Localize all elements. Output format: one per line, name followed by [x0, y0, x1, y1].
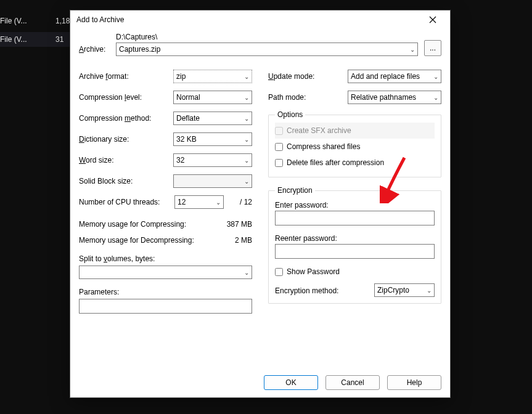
solid-block-select: ⌄ — [173, 174, 252, 188]
bg-file-name: File (V... — [0, 35, 37, 44]
archive-path: D:\Captures\ — [116, 33, 418, 41]
delete-after-input[interactable] — [275, 159, 283, 167]
parameters-label: Parameters: — [79, 288, 119, 296]
encryption-method-value: ZipCrypto — [377, 286, 409, 294]
solid-block-label: Solid Block size: — [79, 177, 173, 185]
bg-file-size: 31 — [55, 35, 63, 44]
help-label: Help — [407, 378, 422, 387]
compression-level-value: Normal — [176, 93, 200, 102]
add-to-archive-dialog: Add to Archive Archive: D:\Captures\ Cap… — [70, 10, 451, 398]
parameters-input[interactable] — [79, 299, 252, 314]
compress-shared-label: Compress shared files — [287, 142, 360, 151]
compress-shared-checkbox[interactable]: Compress shared files — [275, 139, 435, 155]
archive-format-select[interactable]: zip ⌄ — [173, 70, 252, 83]
dictionary-size-label: Dictionary size: — [79, 135, 173, 144]
chevron-down-icon: ⌄ — [410, 46, 415, 53]
encryption-group: Encryption Enter password: Reenter passw… — [268, 186, 441, 304]
options-group: Options Create SFX archive Compress shar… — [268, 110, 441, 177]
delete-after-label: Delete files after compression — [287, 158, 384, 167]
bg-file-row: File (V... 31 — [0, 32, 70, 47]
delete-after-checkbox[interactable]: Delete files after compression — [275, 155, 435, 171]
archive-filename-value: Captures.zip — [119, 45, 160, 54]
mem-decompress-label: Memory usage for Decompressing: — [79, 236, 235, 245]
chevron-down-icon: ⌄ — [433, 73, 438, 80]
cancel-label: Cancel — [341, 378, 364, 387]
cpu-threads-total: / 12 — [227, 198, 252, 206]
split-volumes-label: Split to volumes, bytes: — [79, 254, 155, 263]
chevron-down-icon: ⌄ — [244, 157, 249, 164]
create-sfx-input — [275, 127, 283, 135]
compression-method-label: Compression method: — [79, 114, 173, 123]
chevron-down-icon: ⌄ — [244, 73, 249, 80]
chevron-down-icon: ⌄ — [433, 94, 438, 101]
options-legend: Options — [275, 110, 305, 119]
browse-button[interactable]: ... — [424, 40, 441, 56]
update-mode-label: Update mode: — [268, 72, 348, 81]
chevron-down-icon: ⌄ — [244, 269, 249, 276]
word-size-select[interactable]: 32 ⌄ — [173, 153, 252, 167]
archive-filename-input[interactable]: Captures.zip ⌄ — [116, 43, 418, 56]
path-mode-label: Path mode: — [268, 93, 348, 102]
update-mode-select[interactable]: Add and replace files ⌄ — [348, 70, 441, 83]
reenter-password-input[interactable] — [275, 244, 435, 259]
show-password-label: Show Password — [287, 267, 340, 276]
enter-password-label: Enter password: — [275, 201, 435, 209]
titlebar: Add to Archive — [70, 10, 450, 29]
mem-compress-value: 387 MB — [227, 220, 252, 229]
create-sfx-label: Create SFX archive — [287, 126, 351, 135]
bg-file-name: File (V... — [0, 17, 37, 25]
browse-label: ... — [430, 44, 436, 52]
encryption-method-select[interactable]: ZipCrypto ⌄ — [374, 283, 435, 297]
mem-compress-label: Memory usage for Compressing: — [79, 220, 227, 229]
compression-method-select[interactable]: Deflate ⌄ — [173, 112, 252, 125]
cpu-threads-label: Number of CPU threads: — [79, 198, 171, 206]
close-button[interactable] — [420, 11, 445, 28]
chevron-down-icon: ⌄ — [244, 94, 249, 101]
compression-level-select[interactable]: Normal ⌄ — [173, 91, 252, 104]
cancel-button[interactable]: Cancel — [325, 375, 380, 390]
dictionary-size-select[interactable]: 32 KB ⌄ — [173, 132, 252, 146]
dialog-title: Add to Archive — [76, 15, 420, 24]
show-password-input[interactable] — [275, 268, 283, 276]
show-password-checkbox[interactable]: Show Password — [275, 264, 435, 280]
encryption-method-label: Encryption method: — [275, 286, 367, 295]
ok-label: OK — [285, 378, 296, 387]
compression-level-label: Compression level: — [79, 93, 173, 102]
chevron-down-icon: ⌄ — [244, 136, 249, 143]
ok-button[interactable]: OK — [264, 375, 318, 390]
help-button[interactable]: Help — [387, 375, 441, 390]
compress-shared-input[interactable] — [275, 143, 283, 151]
chevron-down-icon: ⌄ — [427, 287, 432, 294]
split-volumes-input[interactable]: ⌄ — [79, 266, 252, 279]
dialog-footer: OK Cancel Help — [70, 368, 450, 397]
archive-label: Archive: — [79, 45, 110, 56]
chevron-down-icon: ⌄ — [244, 178, 249, 185]
word-size-label: Word size: — [79, 156, 173, 164]
close-icon — [429, 16, 436, 23]
chevron-down-icon: ⌄ — [244, 115, 249, 122]
encryption-legend: Encryption — [275, 186, 315, 195]
chevron-down-icon: ⌄ — [216, 199, 221, 206]
dictionary-size-value: 32 KB — [176, 135, 197, 144]
bg-file-row: File (V... 1,18 — [0, 14, 70, 28]
create-sfx-checkbox: Create SFX archive — [275, 123, 435, 139]
archive-format-label: Archive format: — [79, 72, 173, 81]
path-mode-value: Relative pathnames — [351, 93, 416, 102]
path-mode-select[interactable]: Relative pathnames ⌄ — [348, 91, 441, 104]
enter-password-input[interactable] — [275, 211, 435, 225]
cpu-threads-value: 12 — [178, 198, 186, 206]
update-mode-value: Add and replace files — [351, 72, 420, 81]
reenter-password-label: Reenter password: — [275, 234, 435, 243]
archive-format-value: zip — [176, 72, 186, 81]
compression-method-value: Deflate — [176, 114, 200, 123]
word-size-value: 32 — [176, 156, 184, 164]
bg-file-size: 1,18 — [55, 17, 70, 25]
mem-decompress-value: 2 MB — [235, 236, 252, 245]
cpu-threads-select[interactable]: 12 ⌄ — [174, 195, 224, 209]
